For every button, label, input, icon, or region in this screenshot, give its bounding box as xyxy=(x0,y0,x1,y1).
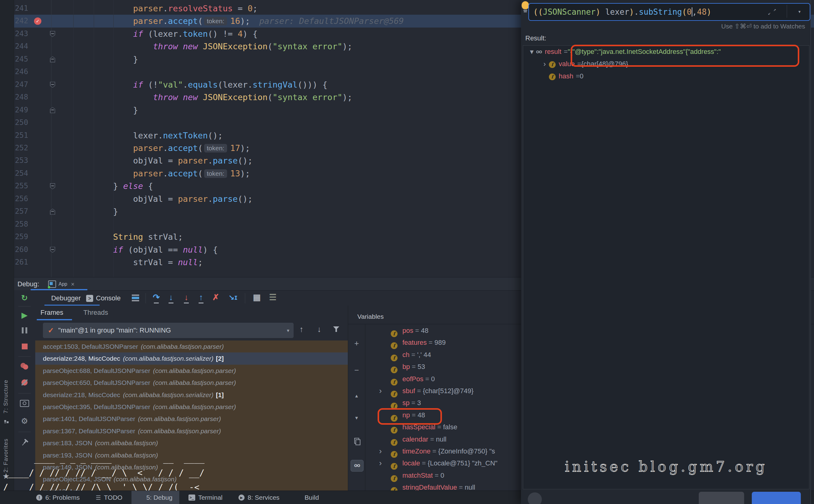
filter-funnel-icon[interactable] xyxy=(333,326,339,332)
line-number[interactable]: 250 xyxy=(14,116,28,129)
chevron-down-icon[interactable]: ▾ xyxy=(527,46,536,58)
variable-name: stringDefaultValue xyxy=(402,483,457,491)
line-number[interactable]: 244 xyxy=(14,40,28,53)
add-watch-button[interactable]: + xyxy=(348,339,365,348)
line-number[interactable]: 254 xyxy=(14,167,28,180)
line-number[interactable]: 243 xyxy=(14,28,28,40)
variables-title: Variables xyxy=(357,313,384,320)
statusbar-item-build[interactable]: Build xyxy=(289,491,326,504)
stack-frame-row[interactable]: parse:183, JSON(com.alibaba.fastjson) xyxy=(35,437,348,449)
remove-watch-button[interactable]: − xyxy=(348,366,365,375)
pause-button[interactable] xyxy=(14,325,35,337)
services-icon: ▶ xyxy=(239,495,245,501)
stack-frame-row[interactable]: parseObject:688, DefaultJSONParser(com.a… xyxy=(35,365,348,377)
stack-frame-row[interactable]: deserialze:218, MiscCodec(com.alibaba.fa… xyxy=(35,389,348,401)
evaluate-expression-button[interactable]: ▦ xyxy=(250,291,264,306)
tab-debugger[interactable]: Debugger xyxy=(51,291,81,306)
statusbar-item-debug[interactable]: 5: Debug xyxy=(131,491,179,504)
fold-marker[interactable] xyxy=(50,247,55,253)
line-number[interactable]: 249 xyxy=(14,104,28,116)
line-number[interactable]: 246 xyxy=(14,66,28,78)
line-number[interactable]: 260 xyxy=(14,243,28,256)
chevron-right-icon[interactable]: › xyxy=(379,457,382,469)
statusbar-item-terminal[interactable]: >_Terminal xyxy=(182,491,229,504)
resume-button[interactable]: ▶ xyxy=(14,309,35,322)
step-over-button[interactable]: ↷ xyxy=(149,291,163,306)
frames-threads-tabs: Frames Threads xyxy=(35,306,348,320)
stack-frame-row[interactable]: deserialze:248, MiscCodec(com.alibaba.fa… xyxy=(35,352,348,364)
statusbar-item-todo[interactable]: ☰TODO xyxy=(89,491,129,504)
thread-selector[interactable]: ✓ "main"@1 in group "main": RUNNING ▾ xyxy=(43,323,294,338)
thread-dump-camera-button[interactable] xyxy=(14,397,35,409)
stack-frame-row[interactable]: parse:1401, DefaultJSONParser(com.alibab… xyxy=(35,413,348,425)
statusbar-item-services[interactable]: ▶8: Services xyxy=(232,491,286,504)
line-number[interactable]: 261 xyxy=(14,256,28,269)
frame-down-button[interactable]: ↓ xyxy=(317,325,321,334)
view-breakpoints-button[interactable] xyxy=(14,360,35,372)
breakpoint-icon[interactable]: ✓ xyxy=(34,17,41,25)
fold-marker[interactable] xyxy=(50,183,55,189)
watches-toolbar: + − ▲ ▼ oo xyxy=(348,324,365,491)
line-number[interactable]: 252 xyxy=(14,142,28,154)
frame-up-button[interactable]: ↑ xyxy=(300,325,303,334)
chevron-right-icon[interactable]: › xyxy=(379,385,382,397)
result-tree-row[interactable]: fhash= 0 xyxy=(523,70,809,82)
step-out-button[interactable]: ↑ xyxy=(194,291,208,306)
close-button[interactable] xyxy=(699,492,744,504)
evaluate-popup: ((JSONScanner) lexer).subString(0,48) ↗↙… xyxy=(521,0,811,504)
layout-settings-button[interactable]: ☰ xyxy=(266,291,280,306)
statusbar-item-problems[interactable]: !6: Problems xyxy=(29,491,86,504)
line-number[interactable]: 258 xyxy=(14,218,28,231)
line-number[interactable]: 247 xyxy=(14,78,28,91)
move-down-button[interactable]: ▼ xyxy=(348,415,365,420)
fold-marker[interactable] xyxy=(50,107,55,113)
stack-frame-row[interactable]: parseObject:650, DefaultJSONParser(com.a… xyxy=(35,377,348,389)
stripe-item-structure[interactable]: 7: Structure xyxy=(2,380,9,413)
line-number[interactable]: 253 xyxy=(14,154,28,167)
pin-button[interactable] xyxy=(14,437,35,449)
help-button[interactable] xyxy=(528,492,542,504)
tab-threads[interactable]: Threads xyxy=(83,309,108,317)
fold-marker[interactable] xyxy=(50,82,55,88)
debug-session-tab[interactable]: App × xyxy=(48,279,74,290)
close-icon[interactable]: × xyxy=(71,281,74,288)
step-into-button[interactable]: ↓ xyxy=(164,291,178,306)
chevron-right-icon[interactable]: › xyxy=(379,445,382,457)
stack-frame-row[interactable]: parse:1367, DefaultJSONParser(com.alibab… xyxy=(35,425,348,437)
stop-button[interactable] xyxy=(14,340,35,353)
line-number[interactable]: 242 xyxy=(14,15,28,27)
result-tree[interactable]: ▾ooresult= "{"@type":"java.net.InetSocke… xyxy=(523,45,809,489)
line-number[interactable]: 257 xyxy=(14,205,28,218)
tab-console[interactable]: > Console xyxy=(86,291,121,306)
drop-frame-button[interactable]: ✗ xyxy=(209,291,223,306)
settings-gear-button[interactable]: ⚙ xyxy=(14,415,35,427)
fold-marker[interactable] xyxy=(50,56,55,62)
variable-name: timeZone xyxy=(402,447,431,455)
line-number[interactable]: 251 xyxy=(14,129,28,142)
history-dropdown-icon[interactable]: ▾ xyxy=(798,8,801,15)
expand-icon[interactable]: ↗↙ xyxy=(768,7,776,15)
line-number[interactable]: 255 xyxy=(14,180,28,192)
line-number[interactable]: 248 xyxy=(14,91,28,103)
move-up-button[interactable]: ▲ xyxy=(348,393,365,398)
layout-icon[interactable] xyxy=(132,295,139,302)
variable-name: locale xyxy=(402,459,420,467)
stack-frame-row[interactable]: parseObject:395, DefaultJSONParser(com.a… xyxy=(35,401,348,413)
tab-frames[interactable]: Frames xyxy=(40,309,63,317)
expression-input[interactable]: ((JSONScanner) lexer).subString(0,48) ↗↙… xyxy=(528,3,810,21)
line-number[interactable]: 245 xyxy=(14,53,28,66)
stack-frame-row[interactable]: accept:1503, DefaultJSONParser(com.aliba… xyxy=(35,340,348,352)
chevron-right-icon[interactable]: › xyxy=(540,58,549,70)
run-to-cursor-button[interactable]: ↘ɪ xyxy=(226,291,240,306)
line-number[interactable]: 241 xyxy=(14,2,28,15)
show-watches-button[interactable]: oo xyxy=(351,460,364,472)
fold-marker[interactable] xyxy=(50,31,55,37)
line-number[interactable]: 259 xyxy=(14,231,28,243)
duplicate-watch-button[interactable] xyxy=(348,437,365,446)
evaluate-button[interactable] xyxy=(752,492,801,504)
line-number[interactable]: 256 xyxy=(14,193,28,205)
force-step-into-button[interactable]: ↓ xyxy=(179,291,193,306)
fold-marker[interactable] xyxy=(50,209,55,215)
rerun-button[interactable]: ↻ xyxy=(14,292,35,304)
mute-breakpoints-button[interactable] xyxy=(14,377,35,389)
